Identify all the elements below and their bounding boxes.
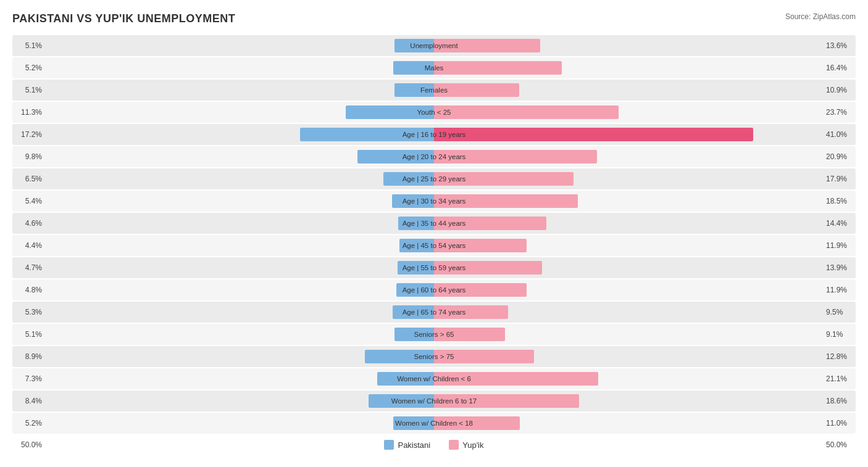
bar-right-side bbox=[434, 124, 824, 145]
bar-blue bbox=[377, 372, 434, 386]
bar-row: 5.2% Males 16.4% bbox=[12, 57, 856, 78]
bar-blue bbox=[399, 239, 434, 252]
bar-center: Seniors > 75 bbox=[44, 346, 824, 367]
right-value: 10.9% bbox=[824, 86, 856, 94]
bar-left-side bbox=[44, 146, 434, 167]
bar-right-side bbox=[434, 102, 824, 123]
bar-left-side bbox=[44, 57, 434, 78]
legend-pakistani-box bbox=[384, 440, 394, 450]
bar-row: 9.8% Age | 20 to 24 years 20.9% bbox=[12, 146, 856, 167]
right-value: 9.5% bbox=[824, 308, 856, 316]
bar-row: 4.7% Age | 55 to 59 years 13.9% bbox=[12, 257, 856, 278]
bar-left-side bbox=[44, 235, 434, 256]
bar-right-side bbox=[434, 391, 824, 411]
bar-center: Youth < 25 bbox=[44, 102, 824, 123]
left-value: 5.2% bbox=[12, 419, 44, 428]
bar-blue bbox=[393, 305, 434, 319]
bar-pink bbox=[434, 239, 527, 252]
bar-center: Women w/ Children 6 to 17 bbox=[44, 391, 824, 411]
right-value: 9.1% bbox=[824, 330, 856, 339]
bar-right-side bbox=[434, 168, 824, 189]
bar-row: 5.1% Unemployment 13.6% bbox=[12, 35, 856, 56]
legend-yupik-box bbox=[449, 440, 459, 450]
bar-center: Females bbox=[44, 80, 824, 101]
left-value: 5.2% bbox=[12, 64, 44, 72]
right-value: 18.5% bbox=[824, 197, 856, 205]
bar-center: Age | 65 to 74 years bbox=[44, 302, 824, 323]
bar-blue bbox=[392, 194, 434, 208]
bar-left-side bbox=[44, 168, 434, 189]
bar-blue bbox=[396, 283, 434, 297]
right-value: 13.9% bbox=[824, 263, 856, 272]
left-value: 5.1% bbox=[12, 41, 44, 50]
bar-blue bbox=[357, 150, 434, 163]
bar-blue bbox=[394, 83, 434, 97]
legend: Pakistani Yup'ik bbox=[44, 440, 824, 450]
bar-left-side bbox=[44, 102, 434, 123]
bar-row: 5.3% Age | 65 to 74 years 9.5% bbox=[12, 302, 856, 323]
bar-left-side bbox=[44, 391, 434, 411]
bar-left-side bbox=[44, 191, 434, 212]
left-value: 5.3% bbox=[12, 308, 44, 316]
legend-pakistani-label: Pakistani bbox=[398, 440, 430, 450]
right-value: 23.7% bbox=[824, 108, 856, 117]
bar-pink bbox=[434, 283, 527, 297]
bar-right-side bbox=[434, 213, 824, 234]
left-value: 8.4% bbox=[12, 397, 44, 405]
legend-yupik-label: Yup'ik bbox=[462, 440, 483, 450]
bar-left-side bbox=[44, 324, 434, 345]
bar-right-side bbox=[434, 57, 824, 78]
bar-row: 5.1% Females 10.9% bbox=[12, 80, 856, 101]
bar-right-side bbox=[434, 146, 824, 167]
bar-left-side bbox=[44, 80, 434, 101]
bar-right-side bbox=[434, 191, 824, 212]
left-value: 9.8% bbox=[12, 152, 44, 161]
bar-right-side bbox=[434, 413, 824, 434]
bar-pink bbox=[434, 83, 519, 97]
chart-container: PAKISTANI VS YUP'IK UNEMPLOYMENT Source:… bbox=[0, 0, 868, 467]
right-value: 11.9% bbox=[824, 286, 856, 294]
chart-source: Source: ZipAtlas.com bbox=[785, 12, 856, 21]
left-value: 8.9% bbox=[12, 352, 44, 361]
bar-blue bbox=[300, 128, 434, 141]
right-value: 13.6% bbox=[824, 41, 856, 50]
bar-center: Unemployment bbox=[44, 35, 824, 56]
bar-pink bbox=[434, 61, 562, 75]
chart-header: PAKISTANI VS YUP'IK UNEMPLOYMENT Source:… bbox=[12, 12, 856, 25]
bar-left-side bbox=[44, 279, 434, 300]
bar-left-side bbox=[44, 302, 434, 323]
bar-right-side bbox=[434, 346, 824, 367]
bar-blue bbox=[394, 328, 434, 341]
left-value: 4.4% bbox=[12, 241, 44, 250]
bar-row: 17.2% Age | 16 to 19 years 41.0% bbox=[12, 124, 856, 145]
bar-center: Age | 30 to 34 years bbox=[44, 191, 824, 212]
right-value: 41.0% bbox=[824, 130, 856, 139]
bar-row: 11.3% Youth < 25 23.7% bbox=[12, 102, 856, 123]
bar-blue bbox=[369, 394, 434, 408]
bar-center: Age | 45 to 54 years bbox=[44, 235, 824, 256]
bar-pink bbox=[434, 328, 505, 341]
bar-right-side bbox=[434, 302, 824, 323]
bar-blue bbox=[383, 172, 434, 186]
bar-center: Age | 20 to 24 years bbox=[44, 146, 824, 167]
footer-row: 50.0% Pakistani Yup'ik 50.0% bbox=[12, 440, 856, 450]
bar-center: Age | 35 to 44 years bbox=[44, 213, 824, 234]
bar-center: Males bbox=[44, 57, 824, 78]
right-value: 18.6% bbox=[824, 397, 856, 405]
bar-right-side bbox=[434, 80, 824, 101]
bar-right-side bbox=[434, 324, 824, 345]
left-value: 5.1% bbox=[12, 86, 44, 94]
bar-pink bbox=[434, 172, 574, 186]
bar-pink bbox=[434, 350, 534, 363]
left-value: 7.3% bbox=[12, 374, 44, 383]
bar-center: Age | 25 to 29 years bbox=[44, 168, 824, 189]
bar-row: 8.4% Women w/ Children 6 to 17 18.6% bbox=[12, 391, 856, 411]
bar-row: 5.2% Women w/ Children < 18 11.0% bbox=[12, 413, 856, 434]
left-value: 4.6% bbox=[12, 219, 44, 228]
left-value: 5.4% bbox=[12, 197, 44, 205]
bar-row: 4.4% Age | 45 to 54 years 11.9% bbox=[12, 235, 856, 256]
bar-row: 5.4% Age | 30 to 34 years 18.5% bbox=[12, 191, 856, 212]
legend-pakistani: Pakistani bbox=[384, 440, 430, 450]
bar-pink bbox=[434, 194, 578, 208]
left-value: 17.2% bbox=[12, 130, 44, 139]
